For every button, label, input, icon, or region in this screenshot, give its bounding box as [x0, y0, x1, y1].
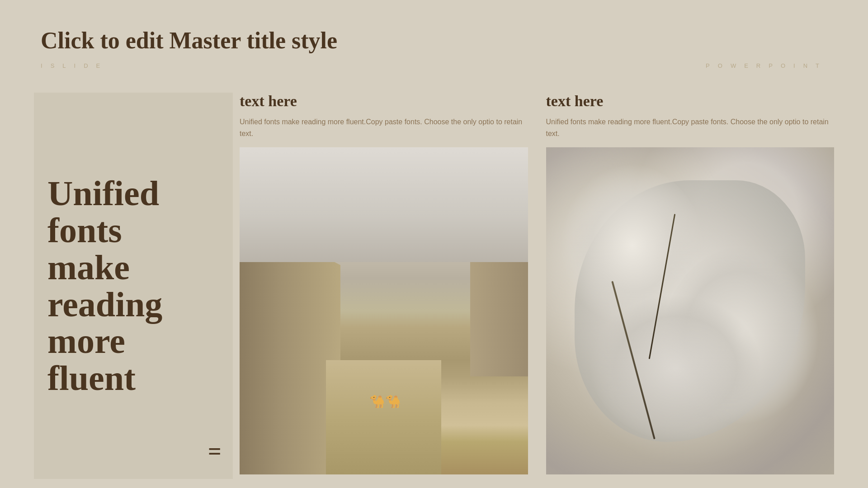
- watermark-e2: E: [744, 62, 756, 69]
- watermark-i2: I: [793, 62, 803, 69]
- watermark-spacer: [108, 62, 706, 69]
- watermark-label: I: [41, 62, 51, 69]
- content-column-1: text here Unified fonts make reading mor…: [240, 93, 528, 474]
- flower-scene-image: [546, 147, 835, 474]
- camel-figures: 🐪🐪: [369, 394, 401, 409]
- content-column-2: text here Unified fonts make reading mor…: [546, 93, 835, 474]
- master-title[interactable]: Click to edit Master title style: [41, 27, 337, 54]
- watermark-o2: O: [781, 62, 793, 69]
- column2-image: [546, 147, 835, 474]
- column1-body[interactable]: Unified fonts make reading more fluent.C…: [240, 116, 528, 139]
- column1-title[interactable]: text here: [240, 93, 528, 110]
- text-line-unified: Unified: [47, 174, 159, 213]
- path-area: [326, 360, 441, 474]
- right-content-area: text here Unified fonts make reading mor…: [240, 93, 834, 474]
- watermark-r: R: [756, 62, 769, 69]
- watermark-p2: P: [769, 62, 781, 69]
- column1-image: 🐪🐪: [240, 147, 528, 474]
- sky-area: [240, 147, 528, 262]
- left-text-panel: Unified fonts make reading more fluent: [34, 93, 233, 479]
- column2-title[interactable]: text here: [546, 93, 835, 110]
- watermark-n: N: [803, 62, 816, 69]
- column2-body[interactable]: Unified fonts make reading more fluent.C…: [546, 116, 835, 139]
- text-line-more: more: [47, 321, 125, 361]
- watermark-o1: O: [718, 62, 731, 69]
- watermark-t: T: [816, 62, 827, 69]
- big-text-content[interactable]: Unified fonts make reading more fluent: [47, 175, 219, 397]
- watermark-s: S: [51, 62, 63, 69]
- watermark-p1: P: [706, 62, 718, 69]
- camel-scene-image: 🐪🐪: [240, 147, 528, 474]
- text-line-reading: reading: [47, 285, 162, 324]
- watermark-w: W: [731, 62, 744, 69]
- watermark-l: L: [62, 62, 74, 69]
- watermark-i1: I: [74, 62, 84, 69]
- watermark-d: D: [84, 62, 96, 69]
- text-line-make: make: [47, 248, 130, 287]
- text-line-fluent: fluent: [47, 358, 136, 398]
- watermark-text: I S L I D E P O W E R P O I N T: [41, 62, 827, 69]
- text-line-fonts: fonts: [47, 211, 122, 250]
- equals-sign: =: [208, 438, 222, 465]
- watermark-e1: E: [96, 62, 108, 69]
